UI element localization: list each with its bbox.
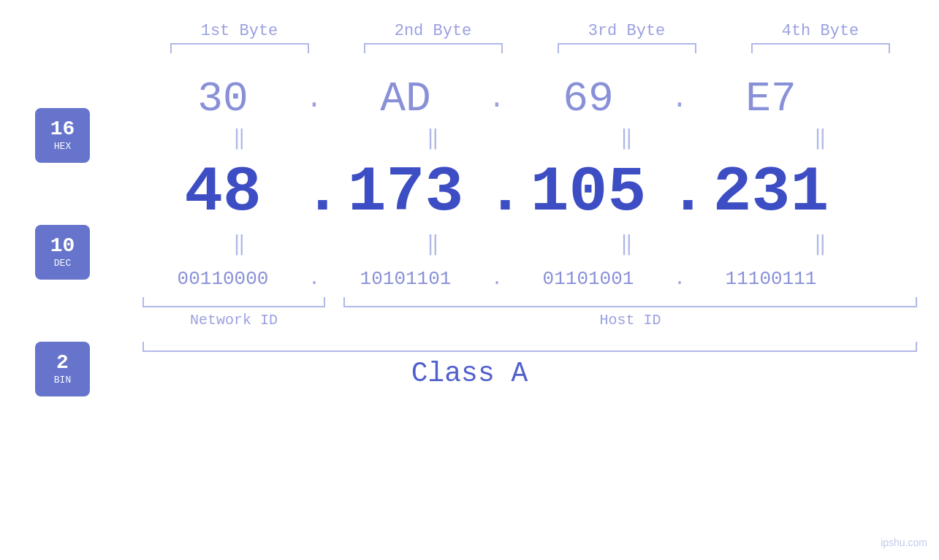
bin-val-1: 00110000 (142, 268, 303, 290)
bracket-2 (364, 43, 503, 53)
eq-5: ‖ (159, 231, 320, 256)
eq-8: ‖ (740, 231, 901, 256)
bin-dot-3: . (669, 268, 691, 290)
col-header-3: 3rd Byte (547, 22, 707, 40)
watermark: ipshu.com (881, 537, 927, 548)
hex-val-3: 69 (508, 75, 669, 123)
class-bracket (142, 342, 917, 352)
dec-val-3: 105 (508, 156, 669, 229)
bracket-3 (558, 43, 696, 53)
bin-val-2: 10101101 (325, 268, 486, 290)
bracket-1 (170, 43, 309, 53)
bin-row: 00110000 . 10101101 . 01101001 . 1110011… (142, 268, 917, 290)
badge-dec-number: 10 (50, 236, 75, 256)
badge-dec-label: DEC (54, 258, 71, 269)
eq-6: ‖ (353, 231, 514, 256)
dec-val-2: 173 (325, 156, 486, 229)
column-headers: 1st Byte 2nd Byte 3rd Byte 4th Byte (142, 22, 917, 40)
hex-row: 30 . AD . 69 . E7 (142, 75, 917, 123)
hex-dot-3: . (669, 83, 691, 115)
dec-row: 48 . 173 . 105 . 231 (142, 156, 917, 229)
bin-val-4: 11100111 (691, 268, 851, 290)
bottom-brackets (142, 297, 917, 307)
col-header-2: 2nd Byte (353, 22, 514, 40)
main-container: 16 HEX 10 DEC 2 BIN 1st Byte 2nd Byte 3r… (0, 0, 939, 560)
badge-hex: 16 HEX (35, 108, 90, 163)
hex-dot-2: . (486, 83, 508, 115)
col-header-1: 1st Byte (159, 22, 320, 40)
eq-row-1: ‖ ‖ ‖ ‖ (142, 126, 917, 150)
hex-val-2: AD (325, 75, 486, 123)
eq-2: ‖ (353, 126, 514, 150)
eq-row-2: ‖ ‖ ‖ ‖ (142, 231, 917, 256)
eq-7: ‖ (547, 231, 707, 256)
network-id-label: Network ID (142, 312, 325, 329)
eq-4: ‖ (740, 126, 901, 150)
dec-dot-1: . (303, 156, 325, 229)
class-label: Class A (0, 358, 939, 389)
network-bracket (142, 297, 325, 307)
eq-3: ‖ (547, 126, 707, 150)
dec-dot-3: . (669, 156, 691, 229)
bin-val-3: 01101001 (508, 268, 669, 290)
badge-dec: 10 DEC (35, 225, 90, 280)
bin-dot-1: . (303, 268, 325, 290)
badge-bin: 2 BIN (35, 342, 90, 396)
hex-val-1: 30 (142, 75, 303, 123)
badge-hex-label: HEX (54, 141, 71, 152)
id-labels: Network ID Host ID (142, 312, 917, 329)
badge-hex-number: 16 (50, 119, 75, 139)
dec-val-1: 48 (142, 156, 303, 229)
dec-dot-2: . (486, 156, 508, 229)
dec-val-4: 231 (691, 156, 851, 229)
eq-1: ‖ (159, 126, 320, 150)
bin-dot-2: . (486, 268, 508, 290)
hex-val-4: E7 (691, 75, 851, 123)
host-id-label: Host ID (343, 312, 917, 329)
badge-bin-number: 2 (56, 353, 69, 373)
hex-dot-1: . (303, 83, 325, 115)
badge-bin-label: BIN (54, 375, 71, 386)
bracket-4 (751, 43, 890, 53)
top-brackets (142, 43, 917, 53)
host-bracket (343, 297, 917, 307)
col-header-4: 4th Byte (740, 22, 901, 40)
